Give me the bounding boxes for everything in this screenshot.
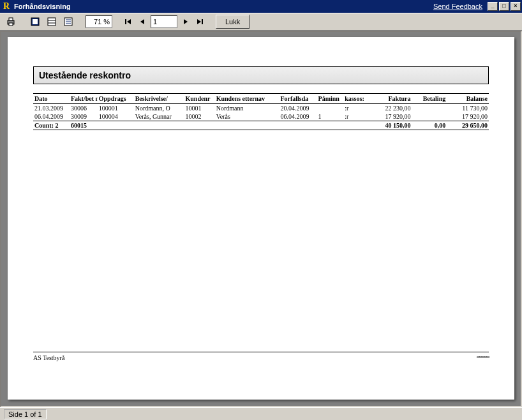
footer-right: ━━━━━	[477, 354, 489, 361]
view-mode-2-icon[interactable]	[45, 15, 59, 29]
cell: 21.03.2009	[33, 104, 70, 113]
view-mode-1-icon[interactable]	[28, 15, 42, 29]
cell: 10001	[184, 104, 215, 113]
totals-faktura: 40 150,00	[369, 121, 412, 130]
col-beskriv: Beskrivelse/	[134, 94, 184, 104]
svg-marker-14	[140, 19, 144, 24]
svg-rect-5	[48, 18, 56, 26]
page-footer: AS Testbyrå ━━━━━	[33, 352, 489, 361]
next-page-icon[interactable]	[180, 15, 191, 28]
svg-rect-17	[202, 19, 203, 24]
col-balanse: Balanse	[447, 94, 489, 104]
svg-marker-16	[197, 19, 201, 24]
totals-fakt: 60015	[70, 121, 98, 130]
cell: :r	[343, 112, 368, 121]
cell: Verås, Gunnar	[134, 112, 184, 121]
view-mode-3-icon[interactable]	[61, 15, 75, 29]
table-row: 21.03.200930006100001Nordmann, O10001Nor…	[33, 104, 489, 113]
cell	[412, 112, 447, 121]
report-title: Utestående reskontro	[33, 66, 489, 84]
titlebar: R Forhåndsvisning Send Feedback _ □ ×	[0, 0, 522, 13]
cell: 17 920,00	[447, 112, 489, 121]
svg-rect-12	[125, 19, 126, 24]
send-feedback-link[interactable]: Send Feedback	[433, 3, 482, 10]
toolbar: Lukk	[0, 13, 522, 31]
preview-viewport[interactable]: Utestående reskontro Dato Fakt/bet nr. O…	[0, 31, 522, 407]
minimize-button[interactable]: _	[488, 2, 498, 11]
cell: 11 730,00	[447, 104, 489, 113]
statusbar: Side 1 of 1	[0, 407, 522, 420]
cell: 17 920,00	[369, 112, 412, 121]
table-header-row: Dato Fakt/bet nr. Oppdrags Beskrivelse/ …	[33, 94, 489, 104]
totals-row: Count: 2 60015 40 150,00 0,00 29 650,00	[33, 121, 489, 130]
print-icon[interactable]	[4, 15, 18, 29]
cell: 06.04.2009	[33, 112, 70, 121]
cell: 100001	[98, 104, 134, 113]
footer-company: AS Testbyrå	[33, 354, 64, 361]
totals-betaling: 0,00	[412, 121, 447, 130]
first-page-icon[interactable]	[123, 15, 134, 28]
col-dato: Dato	[33, 94, 70, 104]
totals-count: Count: 2	[33, 121, 70, 130]
col-fakt: Fakt/bet nr.	[70, 94, 98, 104]
report-page: Utestående reskontro Dato Fakt/bet nr. O…	[8, 37, 514, 400]
cell: 100004	[98, 112, 134, 121]
cell: 22 230,00	[369, 104, 412, 113]
page-number-input[interactable]	[151, 15, 177, 28]
last-page-icon[interactable]	[194, 15, 205, 28]
col-oppdrag: Oppdrags	[98, 94, 134, 104]
maximize-button[interactable]: □	[499, 2, 509, 11]
cell	[317, 104, 344, 113]
svg-marker-13	[127, 19, 131, 24]
svg-rect-4	[33, 19, 38, 24]
col-paminn: Påminn	[317, 94, 344, 104]
prev-page-icon[interactable]	[137, 15, 148, 28]
table-row: 06.04.200930009100004Verås, Gunnar10002V…	[33, 112, 489, 121]
cell: 20.04.2009	[279, 104, 317, 113]
report-table: Dato Fakt/bet nr. Oppdrags Beskrivelse/ …	[33, 93, 489, 130]
cell: 30009	[70, 112, 98, 121]
totals-balanse: 29 650,00	[447, 121, 489, 130]
cell: 06.04.2009	[279, 112, 317, 121]
col-faktura: Faktura	[369, 94, 412, 104]
cell: 10002	[184, 112, 215, 121]
app-icon: R	[1, 1, 11, 11]
svg-rect-1	[9, 18, 13, 20]
window-title: Forhåndsvisning	[14, 3, 71, 10]
close-button[interactable]: Lukk	[216, 15, 250, 29]
col-forfall: Forfallsda	[279, 94, 317, 104]
cell: Verås	[215, 112, 280, 121]
cell: Nordmann	[215, 104, 280, 113]
svg-rect-2	[9, 23, 13, 26]
col-betaling: Betaling	[412, 94, 447, 104]
cell: :r	[343, 104, 368, 113]
cell: 1	[317, 112, 344, 121]
svg-marker-15	[184, 19, 188, 24]
cell: 30006	[70, 104, 98, 113]
col-kasso: kassos:	[343, 94, 368, 104]
close-window-button[interactable]: ×	[511, 2, 521, 11]
cell	[412, 104, 447, 113]
zoom-input[interactable]	[86, 15, 112, 28]
cell: Nordmann, O	[134, 104, 184, 113]
col-etternavn: Kundens etternav	[215, 94, 280, 104]
status-page-indicator: Side 1 of 1	[4, 409, 47, 419]
col-kundenr: Kundenr	[184, 94, 215, 104]
